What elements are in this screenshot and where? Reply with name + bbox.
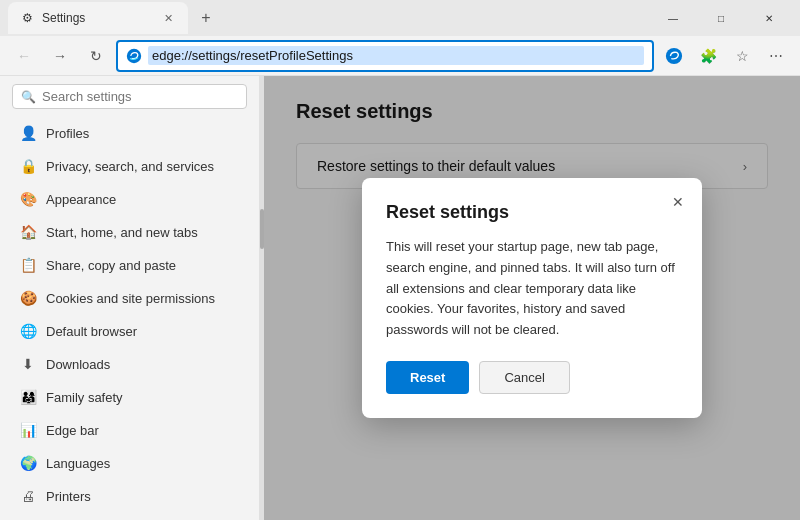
refresh-button[interactable]: ↻ bbox=[80, 40, 112, 72]
search-input[interactable] bbox=[42, 89, 238, 104]
close-button[interactable]: ✕ bbox=[746, 2, 792, 34]
address-text[interactable]: edge://settings/resetProfileSettings bbox=[148, 46, 644, 65]
sidebar-item-share-copy[interactable]: 📋 Share, copy and paste bbox=[4, 249, 255, 281]
privacy-icon: 🔒 bbox=[20, 158, 36, 174]
tab-title: Settings bbox=[42, 11, 152, 25]
dialog-overlay: ✕ Reset settings This will reset your st… bbox=[264, 76, 800, 520]
svg-point-0 bbox=[127, 48, 141, 62]
browser-chrome: ⚙ Settings ✕ + — □ ✕ ← → ↻ edge://settin… bbox=[0, 0, 800, 76]
profiles-icon: 👤 bbox=[20, 125, 36, 141]
sidebar-item-label: Default browser bbox=[46, 324, 137, 339]
edge-nav-icon bbox=[665, 47, 683, 65]
sidebar-item-start-home[interactable]: 🏠 Start, home, and new tabs bbox=[4, 216, 255, 248]
sidebar-item-profiles[interactable]: 👤 Profiles bbox=[4, 117, 255, 149]
dialog-close-button[interactable]: ✕ bbox=[666, 190, 690, 214]
sidebar-item-label: Privacy, search, and services bbox=[46, 159, 214, 174]
sidebar-item-label: Edge bar bbox=[46, 423, 99, 438]
sidebar-item-label: Family safety bbox=[46, 390, 123, 405]
sidebar-item-label: Printers bbox=[46, 489, 91, 504]
downloads-icon: ⬇ bbox=[20, 356, 36, 372]
edge-bar-icon: 📊 bbox=[20, 422, 36, 438]
favorites-button[interactable]: ☆ bbox=[726, 40, 758, 72]
sidebar-item-system[interactable]: ⚡ System and performance bbox=[4, 513, 255, 520]
minimize-button[interactable]: — bbox=[650, 2, 696, 34]
forward-button[interactable]: → bbox=[44, 40, 76, 72]
sidebar-item-family-safety[interactable]: 👨‍👩‍👧 Family safety bbox=[4, 381, 255, 413]
nav-actions: 🧩 ☆ ⋯ bbox=[658, 40, 792, 72]
settings-tab[interactable]: ⚙ Settings ✕ bbox=[8, 2, 188, 34]
sidebar-item-label: Start, home, and new tabs bbox=[46, 225, 198, 240]
reset-dialog: ✕ Reset settings This will reset your st… bbox=[362, 178, 702, 418]
dialog-title: Reset settings bbox=[386, 202, 678, 223]
sidebar-item-label: Share, copy and paste bbox=[46, 258, 176, 273]
sidebar-item-label: Languages bbox=[46, 456, 110, 471]
sidebar-item-label: Downloads bbox=[46, 357, 110, 372]
nav-bar: ← → ↻ edge://settings/resetProfileSettin… bbox=[0, 36, 800, 76]
more-button[interactable]: ⋯ bbox=[760, 40, 792, 72]
back-button[interactable]: ← bbox=[8, 40, 40, 72]
window-controls: — □ ✕ bbox=[650, 2, 792, 34]
sidebar-item-label: Cookies and site permissions bbox=[46, 291, 215, 306]
share-copy-icon: 📋 bbox=[20, 257, 36, 273]
start-home-icon: 🏠 bbox=[20, 224, 36, 240]
svg-point-1 bbox=[666, 47, 682, 63]
extensions-button[interactable]: 🧩 bbox=[692, 40, 724, 72]
sidebar-item-printers[interactable]: 🖨 Printers bbox=[4, 480, 255, 512]
family-safety-icon: 👨‍👩‍👧 bbox=[20, 389, 36, 405]
content-area: Reset settings Restore settings to their… bbox=[264, 76, 800, 520]
sidebar: 🔍 👤 Profiles 🔒 Privacy, search, and serv… bbox=[0, 76, 260, 520]
printers-icon: 🖨 bbox=[20, 488, 36, 504]
sidebar-item-privacy[interactable]: 🔒 Privacy, search, and services bbox=[4, 150, 255, 182]
edge-icon-button[interactable] bbox=[658, 40, 690, 72]
search-icon: 🔍 bbox=[21, 90, 36, 104]
sidebar-item-downloads[interactable]: ⬇ Downloads bbox=[4, 348, 255, 380]
main-layout: 🔍 👤 Profiles 🔒 Privacy, search, and serv… bbox=[0, 76, 800, 520]
sidebar-item-default-browser[interactable]: 🌐 Default browser bbox=[4, 315, 255, 347]
default-browser-icon: 🌐 bbox=[20, 323, 36, 339]
dialog-body: This will reset your startup page, new t… bbox=[386, 237, 678, 341]
edge-logo-icon bbox=[126, 48, 142, 64]
reset-confirm-button[interactable]: Reset bbox=[386, 361, 469, 394]
sidebar-item-appearance[interactable]: 🎨 Appearance bbox=[4, 183, 255, 215]
sidebar-item-cookies[interactable]: 🍪 Cookies and site permissions bbox=[4, 282, 255, 314]
cookies-icon: 🍪 bbox=[20, 290, 36, 306]
sidebar-item-label: Profiles bbox=[46, 126, 89, 141]
tab-bar: ⚙ Settings ✕ + — □ ✕ bbox=[0, 0, 800, 36]
sidebar-item-languages[interactable]: 🌍 Languages bbox=[4, 447, 255, 479]
languages-icon: 🌍 bbox=[20, 455, 36, 471]
new-tab-button[interactable]: + bbox=[192, 4, 220, 32]
cancel-button[interactable]: Cancel bbox=[479, 361, 569, 394]
sidebar-item-edge-bar[interactable]: 📊 Edge bar bbox=[4, 414, 255, 446]
tab-close-button[interactable]: ✕ bbox=[160, 10, 176, 26]
search-box[interactable]: 🔍 bbox=[12, 84, 247, 109]
dialog-actions: Reset Cancel bbox=[386, 361, 678, 394]
address-bar[interactable]: edge://settings/resetProfileSettings bbox=[116, 40, 654, 72]
tab-favicon-icon: ⚙ bbox=[20, 11, 34, 25]
maximize-button[interactable]: □ bbox=[698, 2, 744, 34]
sidebar-item-label: Appearance bbox=[46, 192, 116, 207]
appearance-icon: 🎨 bbox=[20, 191, 36, 207]
